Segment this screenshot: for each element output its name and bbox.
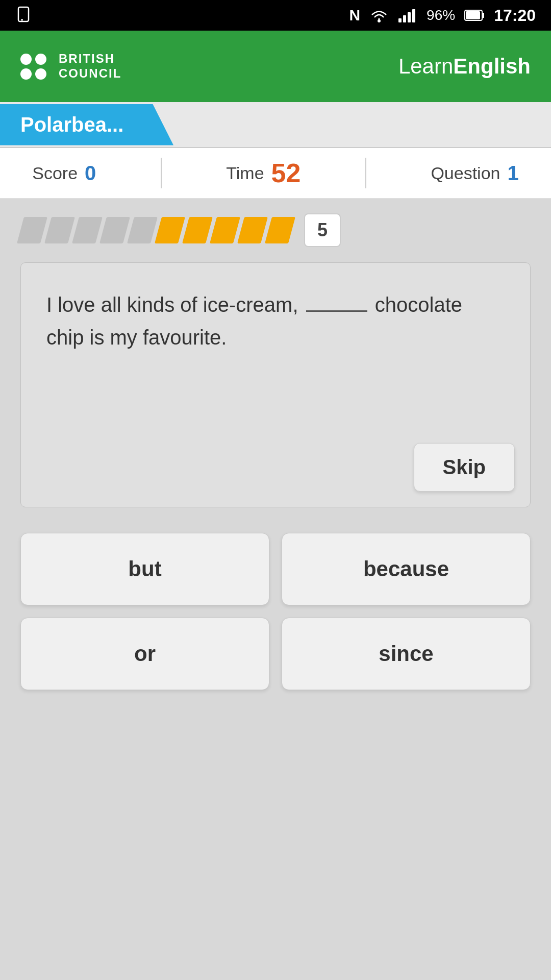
- breadcrumb-bar: Polarbea...: [0, 102, 551, 148]
- skip-button[interactable]: Skip: [414, 443, 515, 492]
- answer-but[interactable]: but: [20, 533, 269, 605]
- answer-or[interactable]: or: [20, 618, 269, 690]
- progress-stripe-9: [237, 217, 268, 243]
- logo-dot-2: [35, 54, 46, 65]
- score-value: 0: [85, 162, 96, 185]
- british-council-logo: BRITISH COUNCIL: [20, 52, 121, 81]
- time-value: 52: [271, 158, 301, 188]
- progress-stripe-5: [127, 217, 158, 243]
- battery-icon: [464, 9, 485, 22]
- svg-rect-8: [482, 13, 484, 18]
- logo-name: BRITISH COUNCIL: [59, 52, 121, 81]
- answer-because[interactable]: because: [282, 533, 531, 605]
- progress-stripe-10: [265, 217, 295, 243]
- svg-rect-0: [18, 7, 29, 21]
- status-right: N 96% 17:20: [349, 6, 536, 25]
- answers-grid: butbecauseorsince: [0, 518, 551, 705]
- logo-dot-4: [35, 68, 46, 80]
- answer-since[interactable]: since: [282, 618, 531, 690]
- learn-english-branding: LearnEnglish: [398, 54, 531, 79]
- progress-stripe-8: [210, 217, 240, 243]
- score-divider-1: [161, 158, 162, 188]
- status-bar: N 96% 17:20: [0, 0, 551, 31]
- svg-rect-6: [412, 9, 415, 22]
- logo-dots: [20, 54, 46, 80]
- svg-rect-3: [398, 18, 402, 22]
- svg-rect-9: [466, 11, 480, 19]
- svg-point-2: [378, 19, 381, 22]
- breadcrumb-text: Polarbea...: [20, 113, 123, 136]
- blank-space: [306, 310, 367, 312]
- svg-rect-5: [408, 12, 411, 22]
- nfc-indicator: N: [349, 7, 360, 24]
- wifi-icon: [369, 7, 389, 23]
- app-header: BRITISH COUNCIL LearnEnglish: [0, 31, 551, 102]
- time-display: 17:20: [494, 6, 536, 25]
- signal-icon: [398, 7, 417, 23]
- time-display-widget: Time 52: [226, 158, 300, 188]
- score-label: Score: [32, 163, 78, 183]
- question-box: I love all kinds of ice-cream, chocolate…: [20, 262, 531, 507]
- progress-stripe-1: [17, 217, 47, 243]
- score-display: Score 0: [32, 162, 96, 185]
- progress-area: 5: [0, 199, 551, 252]
- logo-dot-3: [20, 68, 32, 80]
- question-value: 1: [507, 162, 518, 185]
- progress-stripe-2: [44, 217, 75, 243]
- question-label: Question: [431, 163, 500, 183]
- progress-stripes: [20, 217, 292, 243]
- status-left: [15, 6, 34, 24]
- question-display: Question 1: [431, 162, 518, 185]
- score-bar: Score 0 Time 52 Question 1: [0, 148, 551, 199]
- progress-badge: 5: [304, 213, 341, 247]
- battery-percent: 96%: [427, 7, 455, 23]
- progress-stripe-3: [72, 217, 103, 243]
- progress-stripe-7: [182, 217, 213, 243]
- progress-stripe-4: [99, 217, 130, 243]
- time-label: Time: [226, 163, 264, 183]
- score-divider-2: [365, 158, 366, 188]
- progress-stripe-6: [155, 217, 185, 243]
- logo-dot-1: [20, 54, 32, 65]
- question-text: I love all kinds of ice-cream, chocolate…: [46, 288, 505, 354]
- breadcrumb: Polarbea...: [0, 104, 173, 145]
- device-icon: [15, 6, 34, 24]
- svg-rect-4: [403, 15, 406, 22]
